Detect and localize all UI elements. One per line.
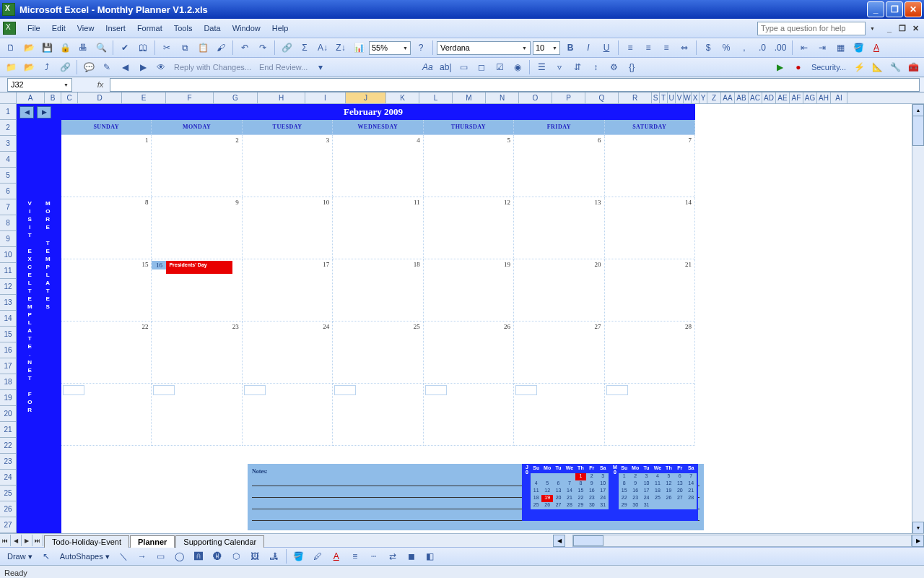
col-header[interactable]: Z — [707, 92, 721, 103]
col-header[interactable]: E — [122, 92, 166, 103]
col-header[interactable]: AE — [776, 92, 790, 103]
zoom-select[interactable]: 55%▼ — [369, 41, 411, 55]
calendar-day[interactable]: 19 — [424, 259, 514, 322]
chart-wizard-icon[interactable]: 📊 — [351, 40, 367, 56]
comment-icon[interactable]: 💬 — [81, 59, 97, 75]
new-folder-icon[interactable]: 📁 — [3, 59, 19, 75]
calendar-day[interactable]: 5 — [424, 135, 514, 197]
col-header[interactable]: AC — [749, 92, 762, 103]
label-icon[interactable]: Aa — [419, 59, 435, 75]
calendar-day[interactable] — [424, 384, 514, 446]
row-header[interactable]: 6 — [0, 184, 16, 199]
doc-close-button[interactable]: ✕ — [910, 23, 921, 33]
formula-input[interactable] — [110, 78, 920, 92]
calendar-day[interactable]: 4 — [333, 135, 423, 197]
code-icon[interactable]: {} — [624, 59, 640, 75]
row-header[interactable]: 14 — [0, 311, 16, 327]
calendar-day[interactable]: 16Presidents' Day — [152, 259, 242, 322]
vertical-scrollbar[interactable]: ▲ ▼ — [912, 104, 924, 533]
calendar-day[interactable] — [605, 384, 695, 446]
row-header[interactable]: 25 — [0, 486, 16, 501]
col-header[interactable]: AG — [803, 92, 817, 103]
fx-icon[interactable]: fx — [94, 78, 107, 91]
col-header[interactable]: J — [346, 92, 386, 103]
help-dropdown-icon[interactable]: ▼ — [870, 26, 875, 31]
option-icon[interactable]: ◉ — [510, 59, 526, 75]
vba-icon[interactable]: ⚡ — [851, 59, 867, 75]
button-icon[interactable]: ◻ — [474, 59, 489, 75]
calendar-day[interactable] — [514, 384, 604, 446]
calendar-day[interactable]: 11 — [333, 197, 423, 259]
percent-icon[interactable]: % — [718, 40, 734, 56]
tab-last-icon[interactable]: ⏭ — [32, 535, 43, 546]
tab-prev-icon[interactable]: ◀ — [11, 535, 22, 546]
grid[interactable]: ◀ ▶ February 2009 VISIT EXCELTEMPLATE.NE… — [17, 104, 924, 533]
row-header[interactable]: 24 — [0, 470, 16, 486]
row-header[interactable]: 16 — [0, 342, 16, 358]
col-header[interactable]: O — [519, 92, 552, 103]
row-header[interactable]: 19 — [0, 390, 16, 406]
col-header[interactable]: X — [692, 92, 699, 103]
doc-restore-button[interactable]: ❐ — [897, 23, 908, 33]
help-icon[interactable]: ? — [413, 40, 429, 56]
col-header[interactable]: G — [214, 92, 258, 103]
col-header[interactable]: F — [166, 92, 214, 103]
arrow-style-icon[interactable]: ⇄ — [385, 548, 401, 564]
calendar-day[interactable] — [152, 384, 242, 446]
fill-color-icon[interactable]: 🪣 — [850, 40, 866, 56]
calendar-day[interactable]: 23 — [152, 322, 242, 384]
line-icon[interactable]: ＼ — [116, 548, 131, 564]
toolbar-options-icon[interactable]: ▾ — [313, 59, 328, 75]
prev-icon[interactable]: ◀ — [117, 59, 133, 75]
textbox-icon[interactable]: ab| — [437, 59, 453, 75]
3d-icon[interactable]: ◧ — [422, 548, 438, 564]
col-header[interactable]: P — [552, 92, 585, 103]
calendar-day[interactable]: 2 — [152, 135, 242, 197]
row-header[interactable]: 26 — [0, 501, 16, 517]
bold-button[interactable]: B — [562, 40, 578, 56]
autosum-icon[interactable]: Σ — [297, 40, 313, 56]
show-comment-icon[interactable]: 👁 — [153, 59, 169, 75]
col-header[interactable]: A — [17, 92, 45, 103]
decrease-indent-icon[interactable]: ⇤ — [796, 40, 812, 56]
hscroll-right-icon[interactable]: ▶ — [912, 535, 924, 547]
folder-up-icon[interactable]: ⤴ — [39, 59, 55, 75]
hscroll-thumb[interactable] — [573, 535, 603, 546]
row-header[interactable]: 8 — [0, 215, 16, 231]
row-header[interactable]: 11 — [0, 263, 16, 279]
calendar-day[interactable]: 6 — [514, 135, 604, 197]
menu-help[interactable]: Help — [266, 22, 295, 34]
calendar-day[interactable]: 24 — [243, 322, 333, 384]
menu-insert[interactable]: Insert — [100, 22, 131, 34]
help-search-input[interactable] — [757, 22, 866, 35]
textbox-draw-icon[interactable]: 🅰 — [191, 548, 206, 564]
open-icon[interactable]: 📂 — [21, 40, 37, 56]
tab-next-icon[interactable]: ▶ — [22, 535, 32, 546]
hscroll-left-icon[interactable]: ◀ — [553, 535, 565, 547]
row-header[interactable]: 22 — [0, 438, 16, 454]
increase-indent-icon[interactable]: ⇥ — [814, 40, 830, 56]
italic-button[interactable]: I — [580, 40, 596, 56]
calendar-day[interactable]: 27 — [514, 322, 604, 384]
row-header[interactable]: 23 — [0, 454, 16, 470]
close-button[interactable]: ✕ — [905, 1, 922, 17]
select-all-corner[interactable] — [0, 92, 17, 103]
folder-share-icon[interactable]: 🔗 — [57, 59, 73, 75]
edit-comment-icon[interactable]: ✎ — [99, 59, 115, 75]
col-header[interactable]: H — [258, 92, 305, 103]
row-header[interactable]: 13 — [0, 295, 16, 311]
calendar-day[interactable]: 7 — [605, 135, 695, 197]
row-header[interactable]: 10 — [0, 247, 16, 263]
design-mode-icon[interactable]: 📐 — [869, 59, 885, 75]
calendar-day[interactable]: 13 — [514, 197, 604, 259]
calendar-day[interactable] — [243, 384, 333, 446]
calendar-day[interactable]: 15 — [61, 259, 152, 322]
underline-button[interactable]: U — [598, 40, 614, 56]
col-header[interactable]: Y — [699, 92, 707, 103]
row-header[interactable]: 18 — [0, 374, 16, 390]
calendar-day[interactable]: 21 — [605, 259, 695, 322]
decrease-decimal-icon[interactable]: .00 — [772, 40, 788, 56]
calendar-day[interactable]: 9 — [152, 197, 242, 259]
menu-file[interactable]: File — [22, 22, 46, 34]
draw-menu[interactable]: Draw ▾ — [4, 551, 35, 563]
